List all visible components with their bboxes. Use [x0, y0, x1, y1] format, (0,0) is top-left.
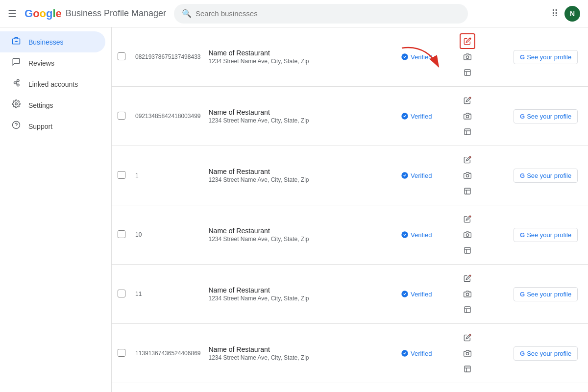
photo-button[interactable] [460, 286, 475, 302]
post-button[interactable] [460, 243, 475, 258]
see-your-profile-button[interactable]: G See your profile [514, 346, 578, 361]
see-your-profile-button[interactable]: G See your profile [514, 228, 578, 242]
verified-text: Verified [411, 231, 432, 239]
post-button[interactable] [460, 65, 475, 80]
post-icon [464, 306, 471, 314]
search-input[interactable] [196, 9, 460, 18]
post-button[interactable] [460, 183, 475, 199]
row-actions [456, 87, 510, 146]
camera-plus-icon [464, 231, 471, 239]
pencil-icon [464, 97, 471, 104]
row-status: Verified [397, 383, 456, 392]
svg-point-49 [466, 293, 468, 295]
google-g-icon: G [520, 350, 525, 357]
table-row: 1 Name of Restaurant 1234 Street Name Av… [112, 146, 588, 205]
see-your-profile-button[interactable]: G See your profile [514, 50, 578, 64]
row-checkbox[interactable] [118, 52, 125, 60]
business-name: Name of Restaurant [208, 49, 393, 57]
row-profile: G See your profile [510, 27, 588, 87]
row-checkbox-cell [112, 146, 131, 205]
business-name: Name of Restaurant [208, 168, 393, 175]
menu-icon[interactable]: ☰ [8, 8, 17, 20]
svg-point-48 [469, 275, 471, 276]
edit-button[interactable] [460, 93, 475, 108]
edit-button[interactable] [460, 270, 475, 286]
sidebar-item-settings[interactable]: Settings [0, 95, 105, 116]
row-business: Name of Restaurant 1234 Street Name Ave,… [204, 265, 397, 324]
post-button[interactable] [460, 361, 475, 377]
svg-rect-44 [465, 247, 470, 253]
settings-icon [12, 99, 21, 111]
svg-rect-35 [465, 188, 470, 194]
sidebar-label-settings: Settings [28, 101, 53, 109]
row-id: 12 [131, 383, 204, 392]
avatar[interactable]: N [564, 6, 580, 22]
row-checkbox-cell [112, 205, 131, 265]
apps-grid-icon[interactable]: ⠿ [551, 8, 559, 20]
svg-rect-26 [465, 129, 470, 135]
row-status: Verified [397, 265, 456, 324]
camera-plus-icon [464, 172, 471, 179]
edit-button[interactable] [460, 152, 475, 168]
sidebar-item-businesses[interactable]: Businesses [0, 31, 105, 52]
topbar: ☰ Google Business Profile Manager 🔍 ⠿ N [0, 0, 588, 27]
verified-badge: Verified [401, 349, 452, 357]
post-button[interactable] [460, 302, 475, 318]
row-status: Verified [397, 324, 456, 383]
sidebar-item-reviews[interactable]: Reviews [0, 52, 105, 74]
row-id: 1 [131, 146, 204, 205]
verified-badge: Verified [401, 290, 452, 298]
sidebar-item-linked-accounts[interactable]: Linked accounts [0, 74, 105, 95]
see-your-profile-button[interactable]: G See your profile [514, 287, 578, 301]
edit-button[interactable] [460, 389, 475, 392]
row-actions [456, 146, 510, 205]
svg-point-12 [469, 38, 471, 39]
reviews-icon [12, 57, 21, 69]
svg-point-3 [14, 82, 17, 84]
product-name: Business Profile Manager [66, 8, 166, 19]
sidebar-label-linked-accounts: Linked accounts [28, 80, 78, 88]
svg-point-39 [469, 216, 471, 217]
profile-btn-label: See your profile [527, 231, 571, 239]
photo-button[interactable] [460, 49, 475, 65]
see-your-profile-button[interactable]: G See your profile [514, 109, 578, 123]
row-profile: G See your profile [510, 87, 588, 146]
edit-button[interactable] [460, 211, 475, 227]
row-checkbox-cell [112, 87, 131, 146]
row-id: 08219378675137498433 [131, 27, 204, 87]
row-checkbox[interactable] [118, 230, 125, 238]
row-business: Name of Restaurant 1234 Street Name Ave,… [204, 205, 397, 265]
svg-point-40 [466, 234, 468, 236]
row-checkbox[interactable] [118, 290, 125, 297]
row-checkbox-cell [112, 324, 131, 383]
row-profile: G See your profile [510, 205, 588, 265]
row-checkbox[interactable] [118, 112, 125, 120]
edit-button[interactable] [460, 330, 475, 345]
verified-text: Verified [411, 113, 432, 120]
row-status: Verified [397, 27, 456, 87]
table-row: 12 Name of Restaurant 1234 Street Name A… [112, 383, 588, 392]
pencil-icon [464, 156, 471, 164]
row-status: Verified [397, 146, 456, 205]
search-icon: 🔍 [182, 9, 192, 18]
verified-badge: Verified [401, 172, 452, 179]
business-name: Name of Restaurant [208, 345, 393, 353]
photo-button[interactable] [460, 345, 475, 361]
svg-point-8 [15, 103, 18, 105]
photo-button[interactable] [460, 108, 475, 124]
edit-button[interactable] [460, 33, 475, 49]
logo-g2: g [46, 7, 52, 20]
camera-plus-icon [464, 112, 471, 120]
see-your-profile-button[interactable]: G See your profile [514, 169, 578, 183]
verified-badge: Verified [401, 231, 452, 239]
photo-button[interactable] [460, 227, 475, 243]
row-checkbox[interactable] [118, 171, 125, 179]
svg-rect-62 [465, 366, 470, 372]
row-id: 09213485842418003499 [131, 87, 204, 146]
sidebar-item-support[interactable]: Support [0, 116, 105, 137]
verified-text: Verified [411, 291, 432, 298]
photo-button[interactable] [460, 168, 475, 183]
post-button[interactable] [460, 124, 475, 140]
row-checkbox[interactable] [118, 349, 125, 357]
post-icon [464, 365, 471, 373]
